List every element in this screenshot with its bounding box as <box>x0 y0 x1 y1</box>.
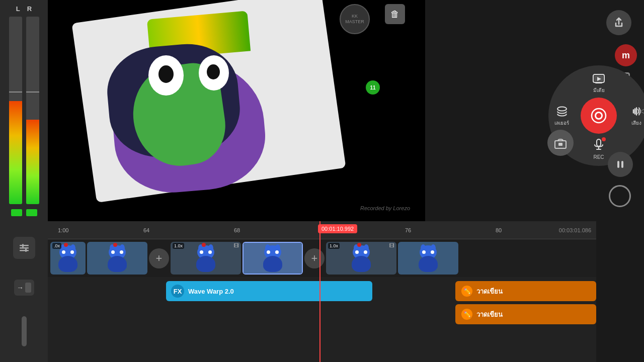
bluey-eye-left <box>422 250 426 254</box>
media-menu-item[interactable]: มีเดีย <box>592 72 605 94</box>
audio-label: เสียง <box>631 119 641 127</box>
video-content: KKMASTER 🗑 11 Recorded by Lorezo <box>48 0 425 221</box>
delete-video-button[interactable]: 🗑 <box>385 4 405 24</box>
wave-warp-fx-clip[interactable]: FX Wave Warp 2.0 <box>166 281 372 301</box>
svg-point-14 <box>596 113 601 118</box>
left-toolbar-panel: → <box>0 221 48 362</box>
mic-container <box>593 138 605 153</box>
annotation-track-1[interactable]: ✏️ วาดเขียน <box>455 281 596 301</box>
bluey-body <box>196 256 215 272</box>
video-clip[interactable] <box>87 242 147 275</box>
timeline: 1:00 64 68 76 80 00:01:10.992 00:03:01.0… <box>48 221 596 362</box>
timeline-playhead-line <box>319 221 320 362</box>
shop-icon <box>553 136 568 150</box>
vertical-scrollbar[interactable] <box>22 316 27 346</box>
char-pupil-left <box>158 65 174 83</box>
svg-rect-18 <box>621 161 623 168</box>
video-clip[interactable]: .0x <box>50 242 86 275</box>
bluey-body <box>352 256 371 272</box>
clip-speed-badge: .0x <box>52 243 61 249</box>
svg-rect-1 <box>20 247 29 249</box>
m-button[interactable]: m <box>615 44 637 66</box>
video-clip-selected[interactable] <box>243 242 303 275</box>
current-time-display: 00:01:10.992 <box>318 224 357 233</box>
video-watermark-text: Recorded by Lorezo <box>360 205 410 211</box>
navigate-forward-button[interactable]: → <box>14 280 34 296</box>
rec-indicator <box>602 137 606 141</box>
camera-shutter-icon <box>590 107 608 125</box>
clip-preview <box>416 244 441 272</box>
video-clip[interactable]: 🎞 1.0x <box>171 242 241 275</box>
ruler-mark-3: 68 <box>234 227 240 233</box>
clip-preview <box>260 244 285 272</box>
video-clip[interactable] <box>398 242 458 275</box>
back-arrow-button[interactable]: ◁ <box>639 105 644 116</box>
shop-button[interactable] <box>547 130 574 156</box>
bluey-body <box>263 256 282 272</box>
clip-speed-badge: 1.0x <box>173 243 184 249</box>
pause-button[interactable] <box>608 152 633 177</box>
bluey-eye-left <box>267 250 270 254</box>
left-channel-label: L <box>16 5 20 13</box>
green-block-left <box>11 209 22 216</box>
share-button[interactable] <box>606 10 631 35</box>
arrow-controls: → <box>14 280 34 296</box>
end-time-display: 00:03:01.086 <box>559 227 591 233</box>
clip-dot <box>202 243 206 247</box>
media-icon <box>592 72 605 85</box>
bluey-eye-right <box>70 250 74 254</box>
audio-panel: L R <box>0 0 48 221</box>
add-clip-button[interactable]: + <box>149 248 169 268</box>
bluey-eye-left <box>111 250 115 254</box>
meter-left-marker <box>9 92 22 93</box>
clip-thumbnail <box>244 243 302 274</box>
record-center-button[interactable] <box>581 98 617 134</box>
green-block-right <box>26 209 37 216</box>
media-label: มีเดีย <box>593 86 605 94</box>
home-circle-button[interactable] <box>609 185 631 207</box>
video-clip[interactable]: 🎞 1.0x <box>326 242 396 275</box>
svg-rect-3 <box>22 244 24 247</box>
film-icon: 🎞 <box>234 243 239 248</box>
pen-icon-2: ✏️ <box>461 309 472 320</box>
film-icon-2: 🎞 <box>389 243 394 248</box>
ruler-mark-4: 76 <box>405 227 411 233</box>
bluey-body <box>58 256 77 272</box>
svg-rect-9 <box>597 139 601 146</box>
layer-icon <box>555 105 569 118</box>
annotation-track-2[interactable]: ✏️ วาดเขียน <box>455 304 596 324</box>
clip-thumbnail <box>398 242 458 275</box>
bluey-body <box>108 256 127 272</box>
kinemaster-watermark: KKMASTER <box>340 4 370 34</box>
ruler-mark-5: 80 <box>496 227 502 233</box>
rec-menu-item[interactable]: REC <box>593 138 605 160</box>
right-panel: m มีเดีย เลเยอร์ <box>543 0 644 221</box>
clips-container: .0x + <box>48 241 461 275</box>
effect-tracks-row: FX Wave Warp 2.0 ✏️ วาดเขียน ✏️ วาดเขียน <box>48 277 596 305</box>
bluey-eye-left <box>62 250 65 254</box>
bluey-eye-right <box>364 250 367 254</box>
annotation-tracks: ✏️ วาดเขียน ✏️ วาดเขียน <box>455 281 596 324</box>
timeline-ruler: 1:00 64 68 76 80 00:01:10.992 00:03:01.0… <box>48 221 596 239</box>
clips-track: .0x + <box>48 239 596 277</box>
bluey-eye-right <box>431 250 434 254</box>
meter-right <box>26 17 39 204</box>
add-clip-button-2[interactable]: + <box>304 248 325 268</box>
svg-rect-16 <box>558 143 562 146</box>
bluey-eye-left <box>355 250 359 254</box>
meter-left-fill <box>9 101 22 204</box>
clip-speed-badge-2: 1.0x <box>328 243 340 249</box>
svg-rect-17 <box>617 161 619 168</box>
layer-menu-item[interactable]: เลเยอร์ <box>554 105 569 127</box>
video-preview: KKMASTER 🗑 11 Recorded by Lorezo <box>48 0 425 221</box>
ruler-mark-1: 1:00 <box>58 227 68 233</box>
bluey-eye-left <box>200 250 203 254</box>
clip-preview <box>193 244 218 272</box>
svg-rect-4 <box>25 248 27 252</box>
layers-adjust-button[interactable] <box>13 237 35 259</box>
ruler-mark-2: 64 <box>143 227 149 233</box>
pen-icon-1: ✏️ <box>461 286 472 297</box>
svg-rect-0 <box>20 245 29 246</box>
clip-dot-2 <box>357 243 361 247</box>
audio-meters <box>9 17 39 204</box>
